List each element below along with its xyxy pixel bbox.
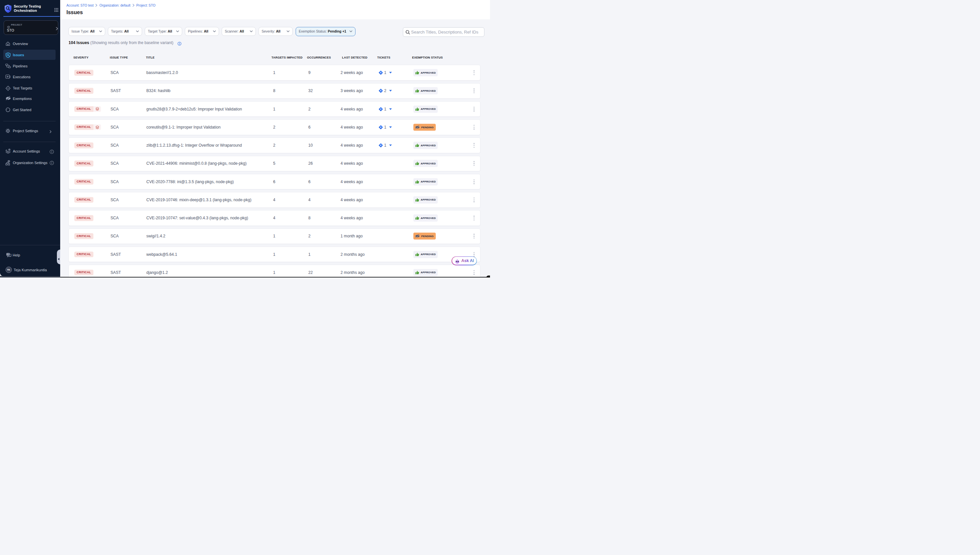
svg-text:?: ? xyxy=(7,253,9,256)
